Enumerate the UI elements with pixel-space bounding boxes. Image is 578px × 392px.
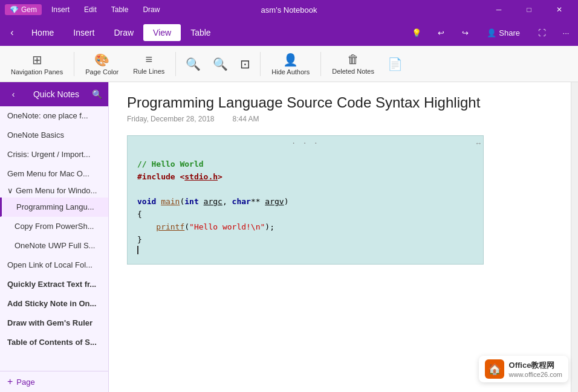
navigation-panes-button[interactable]: ⊞ Navigation Panes [5, 48, 69, 80]
tab-insert[interactable]: Insert [63, 24, 104, 41]
hide-authors-icon: 👤 [283, 53, 298, 67]
page-color-button[interactable]: 🎨 Page Color [79, 48, 125, 80]
sidebar-item-onenote-place[interactable]: OneNote: one place f... [0, 106, 108, 126]
sidebar-item-onenote-uwp[interactable]: OneNote UWP Full S... [0, 236, 108, 255]
sidebar-item-open-link[interactable]: Open Link of Local Fol... [0, 255, 108, 275]
zoom-out-button[interactable]: 🔍 [181, 48, 206, 80]
lightbulb-icon[interactable]: 💡 [407, 23, 426, 42]
gem-label: Gem [21, 5, 37, 14]
sidebar-item-gem-windows[interactable]: ∨ Gem Menu for Windo... [0, 184, 108, 198]
nav-panes-icon: ⊞ [32, 53, 42, 67]
draw-menu[interactable]: Draw [138, 4, 164, 15]
redo-button[interactable]: ↪ [455, 23, 475, 42]
content-time: 8:44 AM [233, 115, 259, 123]
sidebar-item-crisis[interactable]: Crisis: Urgent / Import... [0, 145, 108, 164]
menu-bar: ‹ Home Insert Draw View Table 💡 ↩ ↪ 👤 Sh… [0, 19, 578, 46]
title-bar: 💎 Gem Insert Edit Table Draw asm's Noteb… [0, 0, 578, 19]
sidebar: ‹ Quick Notes 🔍 OneNote: one place f... … [0, 82, 109, 392]
code-line-cursor [137, 246, 473, 254]
sidebar-header: ‹ Quick Notes 🔍 [0, 82, 108, 106]
ribbon-sep-1 [74, 52, 74, 76]
ribbon-sep-2 [175, 52, 176, 76]
tab-view[interactable]: View [143, 24, 181, 41]
dots-indicator: · · · [291, 138, 319, 150]
minimize-button[interactable]: ─ [485, 0, 513, 19]
tab-home[interactable]: Home [22, 24, 63, 41]
ribbon-sep-4 [320, 52, 321, 76]
content-meta: Friday, December 28, 2018 8:44 AM [127, 115, 553, 123]
page-versions-button[interactable]: 📄 [383, 48, 408, 80]
versions-icon: 📄 [388, 57, 403, 71]
page-title: Programming Language Source Code Syntax … [127, 94, 553, 111]
code-block[interactable]: · · · ↔ // Hello World #include <stdio.h… [127, 135, 484, 265]
gem-icon: 💎 [10, 5, 19, 14]
sidebar-item-draw-ruler[interactable]: Draw with Gem's Ruler [0, 313, 108, 333]
edit-menu[interactable]: Edit [79, 4, 102, 15]
page-width-button[interactable]: ⊡ [235, 48, 255, 80]
plus-icon: + [7, 376, 13, 387]
code-line-1: // Hello World [137, 158, 473, 171]
share-button[interactable]: 👤 Share [479, 26, 527, 40]
scroll-right-indicator: ↔ [476, 138, 481, 150]
sidebar-list: OneNote: one place f... OneNote Basics C… [0, 106, 108, 371]
sidebar-item-quickly-extract[interactable]: Quickly Extract Text fr... [0, 275, 108, 294]
main-layout: ‹ Quick Notes 🔍 OneNote: one place f... … [0, 82, 578, 392]
zoom-out-icon: 🔍 [186, 57, 201, 71]
rule-lines-button[interactable]: ≡ Rule Lines [127, 48, 170, 80]
ribbon: ⊞ Navigation Panes 🎨 Page Color ≡ Rule L… [0, 46, 578, 82]
code-line-5: printf("Hello world!\n"); [137, 221, 473, 234]
hide-authors-button[interactable]: 👤 Hide Authors [265, 48, 316, 80]
notebook-title: asm's Notebook [261, 5, 317, 14]
watermark-icon: 🏠 [485, 359, 504, 379]
add-page-button[interactable]: + Page [0, 371, 108, 392]
code-line-4: { [137, 208, 473, 221]
sidebar-item-add-sticky-note[interactable]: Add Sticky Note in On... [0, 294, 108, 313]
code-line-2: #include <stdio.h> [137, 171, 473, 184]
watermark-text: Office教程网 www.office26.com [509, 360, 562, 378]
insert-menu[interactable]: Insert [47, 4, 74, 15]
page-color-icon: 🎨 [94, 53, 109, 67]
sidebar-item-onenote-basics[interactable]: OneNote Basics [0, 126, 108, 145]
zoom-in-icon: 🔍 [213, 57, 228, 71]
sidebar-item-gem-mac[interactable]: Gem Menu for Mac O... [0, 164, 108, 184]
code-line-3: void main(int argc, char** argv) [137, 196, 473, 208]
content-date: Friday, December 28, 2018 [127, 115, 215, 123]
expand-button[interactable]: ⛶ [532, 23, 551, 42]
sidebar-item-programming-lang[interactable]: Programming Langu... [0, 198, 108, 217]
sidebar-title: Quick Notes [33, 89, 79, 99]
watermark: 🏠 Office教程网 www.office26.com [479, 356, 568, 382]
code-line-6: } [137, 234, 473, 246]
tab-table[interactable]: Table [181, 24, 220, 41]
title-bar-controls: ─ □ ✕ [485, 0, 573, 19]
rule-lines-icon: ≡ [145, 53, 152, 66]
undo-button[interactable]: ↩ [431, 23, 450, 42]
deleted-notes-button[interactable]: 🗑 Deleted Notes [326, 48, 380, 80]
more-button[interactable]: ··· [556, 23, 576, 42]
code-line-blank [137, 183, 473, 196]
right-scrollbar[interactable] [571, 82, 578, 392]
menu-right: 💡 ↩ ↪ 👤 Share ⛶ ··· [407, 23, 576, 42]
sidebar-back-button[interactable]: ‹ [6, 87, 21, 101]
person-icon: 👤 [487, 28, 496, 37]
sidebar-title-area: Quick Notes [33, 89, 79, 99]
maximize-button[interactable]: □ [515, 0, 543, 19]
content-area[interactable]: Programming Language Source Code Syntax … [109, 82, 571, 392]
ribbon-sep-3 [260, 52, 261, 76]
gem-badge[interactable]: 💎 Gem [5, 4, 42, 15]
close-button[interactable]: ✕ [545, 0, 573, 19]
zoom-in-button[interactable]: 🔍 [208, 48, 233, 80]
sidebar-item-table-contents[interactable]: Table of Contents of S... [0, 333, 108, 352]
trash-icon: 🗑 [347, 53, 359, 66]
sidebar-item-copy-powershell[interactable]: Copy From PowerSh... [0, 217, 108, 236]
tab-draw[interactable]: Draw [104, 24, 143, 41]
page-width-icon: ⊡ [240, 57, 250, 71]
sidebar-search-button[interactable]: 🔍 [92, 89, 102, 99]
chevron-down-icon: ∨ [7, 186, 13, 195]
title-bar-left: 💎 Gem Insert Edit Table Draw [5, 4, 164, 15]
table-menu[interactable]: Table [106, 4, 134, 15]
back-button[interactable]: ‹ [2, 23, 22, 42]
